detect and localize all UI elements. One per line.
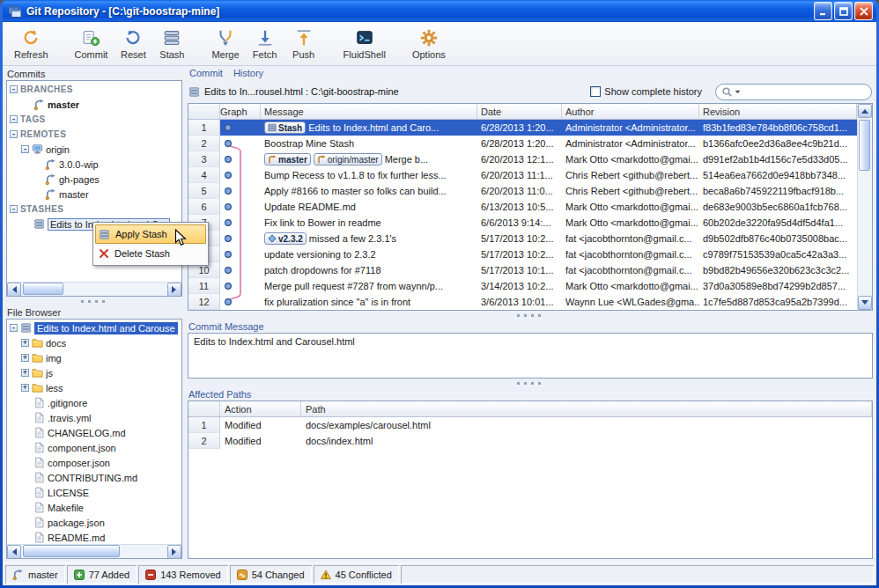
affected-path-row[interactable]: 1Modifieddocs/examples/carousel.html [188, 417, 872, 433]
scroll-thumb[interactable] [23, 283, 63, 295]
file-tree-item[interactable]: Makefile [7, 500, 181, 515]
history-row[interactable]: 7Fix link to Bower in readme6/6/2013 9:1… [188, 215, 857, 231]
collapse-toggle[interactable]: - [10, 130, 18, 138]
column-header-date[interactable]: Date [477, 104, 562, 119]
menu-item-delete-stash[interactable]: Delete Stash [95, 244, 206, 263]
search-input[interactable] [742, 86, 866, 97]
column-header-graph[interactable]: Graph [220, 104, 261, 119]
toolbar-refresh-button[interactable]: Refresh [8, 24, 55, 63]
commits-tree-item[interactable]: -TAGS [7, 112, 181, 127]
file-tree-item[interactable]: +less [7, 380, 181, 395]
file-tree-item[interactable]: +img [7, 350, 181, 365]
toolbar-merge-button[interactable]: Merge [205, 24, 245, 63]
scroll-thumb[interactable] [23, 545, 120, 557]
file-tree-item[interactable]: CONTRIBUTING.md [7, 470, 181, 485]
history-row[interactable]: 1StashEdits to Index.html and Caro...6/2… [188, 120, 857, 136]
message-paths-splitter[interactable] [188, 379, 873, 388]
commits-tree-item[interactable]: master [7, 187, 181, 202]
history-row[interactable]: 10patch dropdowns for #71185/17/2013 10:… [188, 262, 857, 278]
commit-revision-cell: f83b1fed83e784bb8f06c758cd1... [699, 120, 857, 136]
file-tree-item[interactable]: README.md [7, 530, 181, 544]
file-tree-item[interactable]: CHANGELOG.md [7, 425, 181, 440]
history-vertical-scrollbar[interactable] [857, 104, 872, 310]
scroll-down-button[interactable] [858, 296, 872, 310]
tab-history[interactable]: History [233, 68, 263, 82]
collapse-toggle[interactable]: - [10, 85, 18, 93]
toolbar-push-button[interactable]: Push [284, 24, 323, 63]
paths-header-action[interactable]: Action [220, 401, 301, 416]
collapse-toggle[interactable]: - [10, 324, 18, 332]
expand-toggle[interactable]: + [21, 384, 29, 392]
commit-author-cell: Administrator <Administrator... [562, 120, 699, 136]
paths-header-rownum[interactable] [188, 401, 220, 416]
history-row[interactable]: 5Apply #8166 to master so folks can buil… [188, 183, 857, 199]
history-row[interactable]: 4Bump Recess to v1.1.8 to fix further le… [188, 167, 857, 183]
history-message-splitter[interactable] [188, 311, 873, 320]
toolbar-reset-button[interactable]: Reset [114, 24, 152, 63]
scroll-track[interactable] [21, 545, 167, 558]
expand-toggle[interactable]: + [21, 369, 29, 377]
file-tree-item[interactable]: -Edits to Index.html and Carouse [7, 320, 181, 335]
commits-tree-item[interactable]: -REMOTES [7, 127, 181, 142]
column-header-message[interactable]: Message [261, 104, 477, 119]
history-row[interactable]: 3masterorigin/masterMerge b...6/20/2013 … [188, 151, 857, 167]
menu-item-apply-stash[interactable]: Apply Stash [95, 224, 206, 244]
maximize-button[interactable] [834, 2, 853, 20]
scroll-left-button[interactable] [7, 283, 21, 297]
search-box[interactable] [715, 84, 872, 100]
scroll-left-button[interactable] [7, 545, 21, 559]
show-complete-history-checkbox[interactable]: Show complete history [590, 86, 702, 97]
minimize-button[interactable] [814, 2, 832, 20]
collapse-toggle[interactable]: - [10, 115, 18, 123]
toolbar-fluidshell-button[interactable]: FluidShell [337, 24, 392, 63]
tree-item-label: master [48, 99, 79, 110]
commits-tree-item[interactable]: 3.0.0-wip [7, 157, 181, 172]
commits-tree-item[interactable]: -BRANCHES [7, 82, 181, 97]
scroll-track[interactable] [21, 283, 167, 296]
file-tree-item[interactable]: +js [7, 365, 181, 380]
history-row[interactable]: 12fix pluralization since "a" is in fron… [188, 294, 857, 310]
commit-message-box[interactable]: Edits to Index.html and Carousel.html [188, 333, 873, 379]
affected-path-row[interactable]: 2Modifieddocs/index.html [188, 433, 872, 449]
scroll-track[interactable] [858, 118, 872, 296]
commits-tree-item[interactable]: gh-pages [7, 172, 181, 187]
history-row[interactable]: 6Update README.md6/13/2013 10:5...Mark O… [188, 199, 857, 215]
file-tree-item[interactable]: component.json [7, 440, 181, 455]
tab-commit[interactable]: Commit [189, 68, 223, 82]
file-tree-item[interactable]: LICENSE [7, 485, 181, 500]
close-button[interactable] [854, 2, 873, 20]
checkbox-box[interactable] [590, 86, 601, 97]
history-row[interactable]: 9update versioning to 2.3.25/17/2013 10:… [188, 246, 857, 262]
history-row[interactable]: 11Merge pull request #7287 from waynn/p.… [188, 278, 857, 294]
files-horizontal-scrollbar[interactable] [7, 544, 181, 558]
collapse-toggle[interactable]: - [21, 145, 29, 153]
file-tree-item[interactable]: +docs [7, 335, 181, 350]
column-header-revision[interactable]: Revision [699, 104, 857, 119]
column-header-author[interactable]: Author [562, 104, 699, 119]
scroll-thumb[interactable] [859, 120, 870, 171]
expand-toggle[interactable]: + [21, 339, 29, 347]
commits-tree-item[interactable]: -STASHES [7, 202, 181, 217]
file-tree-item[interactable]: package.json [7, 515, 181, 530]
paths-header-path[interactable]: Path [301, 401, 872, 416]
file-tree-item[interactable]: composer.json [7, 455, 181, 470]
commits-horizontal-scrollbar[interactable] [7, 282, 181, 296]
scroll-right-button[interactable] [167, 545, 181, 559]
history-row[interactable]: 2Boostrap Mine Stash6/28/2013 1:20...Adm… [188, 136, 857, 151]
file-tree-item[interactable]: .gitignore [7, 395, 181, 410]
scroll-up-button[interactable] [858, 104, 872, 118]
toolbar-options-button[interactable]: Options [406, 24, 452, 63]
collapse-toggle[interactable]: - [10, 205, 18, 213]
history-row[interactable]: 8v2.3.2missed a few 2.3.1's5/17/2013 10:… [188, 231, 857, 246]
expand-toggle[interactable]: + [21, 354, 29, 362]
commits-tree-item[interactable]: -origin [7, 142, 181, 157]
toolbar-fetch-button[interactable]: Fetch [246, 24, 284, 63]
scroll-right-button[interactable] [167, 283, 181, 297]
column-header-rownum[interactable] [188, 104, 220, 119]
toolbar-commit-button[interactable]: Commit [69, 24, 114, 63]
titlebar[interactable]: Git Repository - [C:\git-boostrap-mine] [3, 0, 876, 22]
left-panel-splitter[interactable] [6, 297, 182, 306]
toolbar-stash-button[interactable]: Stash [152, 24, 191, 63]
file-tree-item[interactable]: .travis.yml [7, 410, 181, 425]
commits-tree-item[interactable]: master [7, 97, 181, 112]
